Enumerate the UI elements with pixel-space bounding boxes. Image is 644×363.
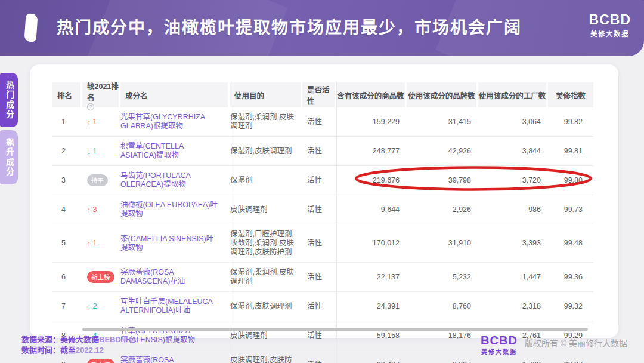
rank-up-icon: ↑ [87, 239, 91, 247]
column-header-rank-change-label: 较2021排名 [87, 80, 119, 103]
rank-up-icon: ↑ [87, 206, 91, 214]
products-count-cell: 219,676 [336, 171, 407, 190]
products-count-cell: 9,644 [336, 200, 407, 220]
purpose-cell: 保湿剂,口腔护理剂,收敛剂,柔润剂,皮肤调理剂,皮肤防护剂 [230, 224, 302, 262]
rank-change-cell: 新上榜 [82, 266, 120, 288]
column-header-rank-change: 较2021排名 ? [82, 82, 120, 107]
ingredient-name-link[interactable]: 马齿苋(PORTULACA OLERACEA)提取物 [120, 166, 230, 195]
factories-count-cell: 986 [478, 200, 548, 220]
rank-cell: 6 [52, 267, 82, 287]
table-row: 2 ↓1 积雪草(CENTELLA ASIATICA)提取物 保湿剂,皮肤调理剂… [52, 137, 593, 166]
brands-count-cell: 5,232 [407, 267, 478, 287]
index-cell: 99.32 [548, 297, 593, 316]
tab-rising-ingredients[interactable]: 飙升成分 [0, 130, 18, 184]
rank-cell: 9 [52, 355, 82, 363]
products-count-cell: 159,229 [336, 112, 407, 132]
data-source-line: 数据来源：美修大数据BEBD平台 [21, 334, 137, 345]
rank-cell: 7 [52, 297, 82, 316]
report-slide: 热门成分中，油橄榄叶提取物市场应用最少，市场机会广阔 BCBD 美修大数据 热门… [0, 0, 644, 363]
rank-change-cell: ↑1 [82, 112, 120, 132]
data-time-value: 2022.12 [76, 346, 104, 355]
factories-count-cell: 1,703 [478, 355, 548, 363]
column-header-purpose: 使用目的 [230, 82, 302, 107]
data-time-label: 数据时间： [21, 346, 60, 355]
ingredient-name-link[interactable]: 突厥蔷薇(ROSA DAMASCENA)花水 [120, 350, 230, 363]
index-cell: 99.80 [548, 171, 593, 190]
rank-change-value: 1 [93, 239, 97, 248]
rank-down-icon: ↓ [87, 303, 91, 310]
footer-logo-text: BCBD [481, 334, 518, 346]
products-count-cell: 22,427 [336, 355, 407, 363]
factories-count-cell: 3,844 [478, 141, 548, 161]
ingredient-name-link[interactable]: 积雪草(CENTELLA ASIATICA)提取物 [120, 137, 230, 165]
table-header-row: 排名 较2021排名 ? 成分名 使用目的 是否活性 含有该成分的商品数 使用该… [52, 82, 593, 107]
rank-change-value: 3 [93, 205, 97, 214]
ingredient-name-link[interactable]: 油橄榄(OLEA EUROPAEA)叶提取物 [120, 195, 230, 224]
column-header-brand-count: 使用该成分的品牌数 [407, 82, 478, 107]
index-cell: 99.48 [548, 233, 593, 253]
table-row: 4 ↑3 油橄榄(OLEA EUROPAEA)叶提取物 皮肤调理剂 活性 9,6… [52, 195, 593, 224]
table-row: 1 ↑1 光果甘草(GLYCYRRHIZA GLABRA)根提取物 保湿剂,柔润… [52, 107, 593, 137]
rank-change-cell: ↑1 [82, 233, 120, 253]
purpose-cell: 保湿剂,柔润剂,皮肤调理剂 [230, 107, 302, 136]
rank-cell: 1 [52, 112, 82, 132]
brands-count-cell: 6,987 [407, 355, 478, 363]
products-count-cell: 22,137 [336, 267, 407, 287]
flat-badge: 持平 [87, 174, 108, 186]
brands-count-cell: 42,926 [407, 141, 478, 161]
column-header-rank: 排名 [52, 82, 82, 107]
active-cell: 活性 [302, 297, 336, 316]
content-card: 排名 较2021排名 ? 成分名 使用目的 是否活性 含有该成分的商品数 使用该… [30, 64, 618, 338]
rank-change-value: 1 [93, 147, 97, 156]
rank-down-icon: ↓ [87, 147, 91, 155]
table-row: 7 ↓2 互生叶白千层(MELALEUCA ALTERNIFOLIA)叶油 保湿… [52, 292, 593, 321]
side-tabs: 热门成分 飙升成分 [0, 73, 18, 187]
banner-deco-mark [24, 13, 38, 42]
rank-cell: 2 [52, 141, 82, 161]
ingredient-name-link[interactable]: 突厥蔷薇(ROSA DAMASCENA)花油 [120, 263, 230, 291]
ingredients-table: 排名 较2021排名 ? 成分名 使用目的 是否活性 含有该成分的商品数 使用该… [52, 82, 593, 363]
new-entry-badge: 新上榜 [87, 359, 114, 363]
horizontal-scrollbar[interactable] [82, 328, 588, 331]
data-source-platform: BEBD平台 [99, 335, 137, 344]
column-header-meixiu-index: 美修指数 [548, 82, 593, 107]
header-banner: 热门成分中，油橄榄叶提取物市场应用最少，市场机会广阔 BCBD 美修大数据 [0, 0, 644, 56]
brand-logo-subtext: 美修大数据 [589, 29, 631, 38]
page-title: 热门成分中，油橄榄叶提取物市场应用最少，市场机会广阔 [57, 0, 522, 56]
active-cell: 活性 [302, 355, 336, 363]
rank-change-cell: 持平 [82, 169, 120, 192]
tab-hot-ingredients[interactable]: 热门成分 [0, 73, 18, 127]
index-cell: 99.82 [548, 112, 593, 132]
data-source-label: 数据来源： [21, 335, 60, 344]
footer-brand: BCBD 美修大数据 版权所有 © 美丽修行大数据 [481, 334, 627, 356]
factories-count-cell: 3,720 [478, 171, 548, 190]
rank-change-value: 1 [93, 118, 97, 127]
copyright-text: 版权所有 © 美丽修行大数据 [525, 337, 627, 349]
data-time-line: 数据时间：截至2022.12 [21, 345, 137, 356]
active-cell: 活性 [302, 171, 336, 190]
active-cell: 活性 [302, 267, 336, 287]
purpose-cell: 皮肤调理剂,皮肤防护剂 [230, 350, 302, 363]
footer-logo-subtext: 美修大数据 [481, 347, 518, 356]
active-cell: 活性 [302, 112, 336, 132]
ingredient-name-link[interactable]: 茶(CAMELLIA SINENSIS)叶提取物 [120, 229, 230, 258]
factories-count-cell: 3,393 [478, 233, 548, 253]
factories-count-cell: 2,318 [478, 297, 548, 316]
table-row: 6 新上榜 突厥蔷薇(ROSA DAMASCENA)花油 保湿剂,柔润剂,皮肤调… [52, 263, 593, 292]
column-header-active: 是否活性 [302, 82, 336, 107]
ingredient-name-link[interactable]: 互生叶白千层(MELALEUCA ALTERNIFOLIA)叶油 [120, 292, 230, 321]
purpose-cell: 保湿剂,皮肤调理剂 [230, 141, 302, 161]
rank-cell: 3 [52, 171, 82, 190]
purpose-cell: 保湿剂,柔润剂,皮肤调理剂 [230, 263, 302, 291]
rank-up-icon: ↑ [87, 118, 91, 126]
ingredient-name-link[interactable]: 甘草(GLYCYRRHIZA URALENSIS)根提取物 [120, 321, 230, 350]
purpose-cell: 皮肤调理剂 [230, 200, 302, 220]
brands-count-cell: 2,926 [407, 200, 478, 220]
table-row: 5 ↑1 茶(CAMELLIA SINENSIS)叶提取物 保湿剂,口腔护理剂,… [52, 224, 593, 263]
table-row: 3 持平 马齿苋(PORTULACA OLERACEA)提取物 保湿剂 活性 2… [52, 166, 593, 195]
data-time-strong: 截至 [60, 346, 76, 355]
ingredient-name-link[interactable]: 光果甘草(GLYCYRRHIZA GLABRA)根提取物 [120, 107, 230, 136]
help-icon[interactable]: ? [87, 103, 94, 110]
brands-count-cell: 8,760 [407, 297, 478, 316]
brand-logo: BCBD 美修大数据 [589, 13, 631, 38]
